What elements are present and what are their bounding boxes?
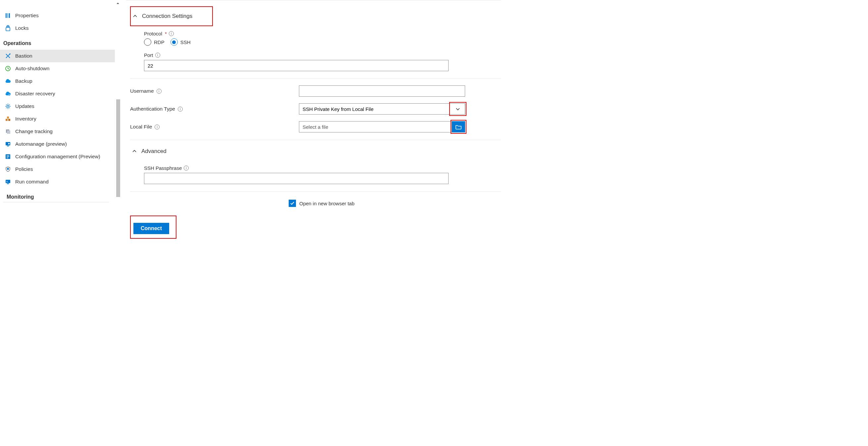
sidebar-scrollbar[interactable] (115, 0, 122, 260)
sidebar-item-locks[interactable]: Locks (0, 22, 115, 34)
open-new-tab-checkbox[interactable]: Open in new browser tab (289, 200, 501, 207)
svg-rect-9 (7, 117, 9, 119)
sidebar: Properties Locks Operations Bastion Auto… (0, 0, 115, 260)
local-file-label: Local File i (130, 124, 286, 130)
svg-rect-17 (7, 157, 9, 157)
sidebar-item-policies[interactable]: Policies (0, 163, 115, 176)
svg-rect-2 (9, 13, 10, 18)
sidebar-item-disaster-recovery[interactable]: Disaster recovery (0, 87, 115, 100)
scroll-up-arrow-icon[interactable] (116, 1, 121, 5)
svg-rect-11 (7, 130, 10, 134)
radio-label: SSH (180, 39, 191, 45)
connect-button[interactable]: Connect (133, 223, 169, 234)
browse-file-button[interactable] (452, 121, 465, 132)
main-content: Connection Settings Protocol * i RDP SSH… (122, 0, 505, 260)
svg-rect-13 (7, 146, 9, 146)
sidebar-item-inventory[interactable]: Inventory (0, 113, 115, 125)
svg-rect-21 (7, 183, 9, 184)
sidebar-item-backup[interactable]: Backup (0, 75, 115, 87)
info-icon[interactable]: i (155, 53, 160, 58)
sidebar-item-label: Configuration management (Preview) (15, 154, 100, 159)
username-label: Username i (130, 88, 286, 94)
sidebar-section-monitoring: Monitoring (3, 188, 109, 202)
shield-check-icon (5, 166, 11, 173)
ssh-passphrase-label: SSH Passphrase i (144, 165, 501, 171)
info-icon[interactable]: i (157, 89, 161, 94)
bastion-icon (5, 53, 11, 59)
sidebar-item-label: Run command (15, 179, 49, 185)
required-asterisk: * (165, 31, 167, 36)
svg-rect-0 (6, 13, 7, 18)
properties-icon (5, 12, 11, 19)
username-input[interactable] (299, 85, 465, 97)
terminal-icon (5, 178, 11, 185)
sidebar-item-label: Policies (15, 166, 33, 172)
port-label: Port i (144, 52, 501, 58)
boxes-icon (5, 116, 11, 122)
protocol-rdp-radio[interactable]: RDP (144, 38, 164, 46)
sidebar-section-operations: Operations (0, 34, 115, 50)
info-icon[interactable]: i (169, 31, 174, 36)
checkbox-label: Open in new browser tab (299, 201, 354, 206)
auth-type-label: Authentication Type i (130, 106, 286, 112)
sidebar-item-auto-shutdown[interactable]: Auto-shutdown (0, 62, 115, 75)
clock-icon (5, 65, 11, 72)
sidebar-item-config-mgmt[interactable]: Configuration management (Preview) (0, 150, 115, 163)
sidebar-item-label: Locks (15, 25, 29, 31)
svg-rect-20 (6, 180, 10, 183)
sidebar-item-updates[interactable]: Updates (0, 100, 115, 113)
list-check-icon (5, 153, 11, 160)
sidebar-item-label: Bastion (15, 53, 32, 59)
protocol-ssh-radio[interactable]: SSH (170, 38, 191, 46)
sidebar-item-label: Updates (15, 103, 34, 109)
chevron-up-icon (133, 14, 137, 19)
sidebar-item-label: Inventory (15, 116, 36, 122)
sidebar-item-label: Change tracking (15, 128, 53, 135)
sidebar-item-label: Automanage (preview) (15, 141, 67, 147)
divider (130, 79, 501, 79)
svg-point-14 (8, 143, 10, 145)
divider (130, 140, 501, 140)
auth-type-dropdown-button[interactable] (451, 103, 465, 115)
divider (130, 191, 501, 192)
sidebar-item-label: Auto-shutdown (15, 65, 49, 71)
advanced-header[interactable]: Advanced (130, 142, 501, 160)
svg-rect-8 (8, 119, 10, 121)
gear-icon (5, 103, 11, 110)
checkbox-checked-icon (289, 200, 296, 207)
info-icon[interactable]: i (178, 107, 183, 112)
svg-rect-16 (7, 155, 9, 156)
info-icon[interactable]: i (184, 166, 189, 171)
scrollbar-thumb[interactable] (116, 99, 120, 197)
sidebar-item-label: Disaster recovery (15, 91, 55, 97)
svg-point-5 (8, 94, 10, 96)
protocol-label: Protocol * i (144, 31, 501, 36)
section-title: Advanced (142, 148, 166, 155)
protocol-radio-group: RDP SSH (144, 38, 501, 46)
local-file-input[interactable] (299, 121, 452, 132)
svg-rect-18 (7, 158, 8, 158)
cloud-sync-icon (5, 90, 11, 97)
sidebar-item-automanage[interactable]: Automanage (preview) (0, 138, 115, 150)
svg-point-3 (9, 53, 10, 55)
ssh-passphrase-input[interactable] (144, 173, 448, 184)
connect-area-highlight: Connect (130, 215, 177, 239)
sidebar-item-run-command[interactable]: Run command (0, 176, 115, 188)
port-input[interactable] (144, 60, 448, 71)
sidebar-item-properties[interactable]: Properties (0, 9, 115, 22)
svg-rect-7 (6, 119, 8, 121)
divider (126, 0, 501, 0)
sidebar-item-change-tracking[interactable]: Change tracking (0, 125, 115, 138)
svg-point-6 (7, 105, 9, 107)
folder-icon (455, 124, 462, 130)
sidebar-item-bastion[interactable]: Bastion (0, 50, 115, 62)
lock-icon (5, 25, 11, 31)
info-icon[interactable]: i (155, 124, 160, 129)
layers-icon (5, 128, 11, 135)
auth-type-select[interactable] (299, 103, 465, 115)
cloud-icon (5, 78, 11, 84)
connection-settings-header[interactable]: Connection Settings (130, 6, 213, 26)
svg-rect-1 (7, 13, 8, 18)
chevron-down-icon (456, 107, 460, 111)
section-title: Connection Settings (142, 13, 192, 20)
